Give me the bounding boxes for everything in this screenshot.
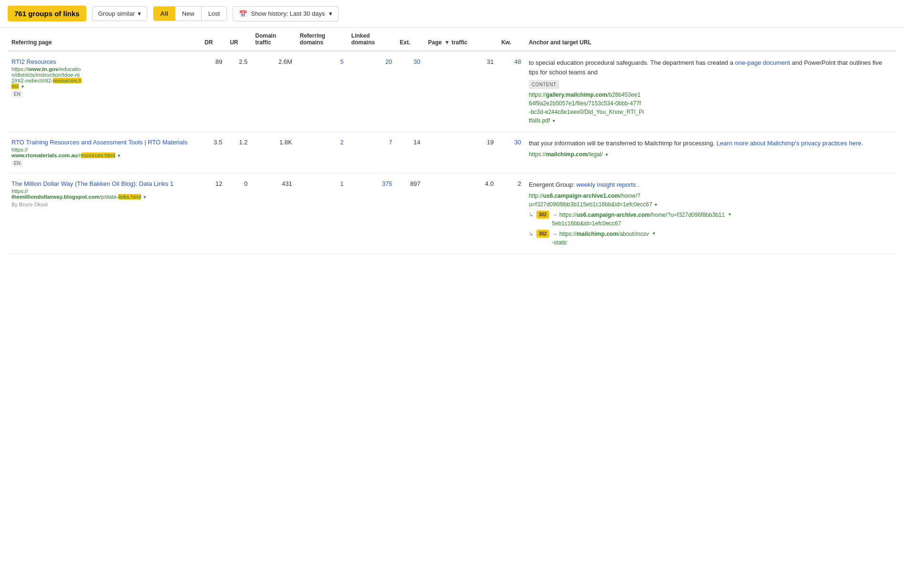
referring-domains-cell-1: 5 (296, 51, 348, 132)
redirect-dropdown-icon-2[interactable]: ▾ (653, 230, 655, 237)
lang-badge-2: EN (11, 160, 23, 166)
linked-domains-cell-3: 375 (348, 173, 396, 254)
ur-cell-3: 0 (226, 173, 251, 254)
filter-all-button[interactable]: All (154, 7, 175, 20)
redirect-badge-1: 302 (536, 211, 549, 219)
domain-traffic-cell-3: 431 (251, 173, 296, 254)
anchor-text-1: to special education procedural safeguar… (529, 59, 735, 66)
anchor-cell-3: Energent Group: weekly insight reports .… (525, 173, 896, 254)
target-url-dropdown-icon-2[interactable]: ▾ (606, 152, 608, 157)
table-row: RTO Training Resources and Assessment To… (8, 132, 896, 173)
ext-cell-2: 14 (396, 132, 424, 173)
referring-domains-cell-2: 2 (296, 132, 348, 173)
show-history-button[interactable]: 📅 Show history: Last 30 days ▾ (233, 6, 338, 21)
filter-lost-button[interactable]: Lost (202, 7, 227, 20)
redirect-row-1: ↳ 302 → https://us6.campaign-archive.com… (529, 211, 893, 228)
page-traffic-cell-2: 19 (424, 132, 498, 173)
calendar-icon: 📅 (239, 10, 247, 18)
ext-cell-3: 897 (396, 173, 424, 254)
table-row: RTI2 Resources https://www.tn.gov/educat… (8, 51, 896, 132)
anchor-link-2[interactable]: Learn more about Mailchimp's privacy pra… (717, 140, 863, 147)
domain-traffic-cell-1: 2.6M (251, 51, 296, 132)
domain-traffic-cell-2: 1.8K (251, 132, 296, 173)
chevron-down-icon: ▾ (329, 10, 332, 17)
table-header-row: Referring page DR UR Domaintraffic Refer… (8, 28, 896, 51)
redirect-url-2: → https://mailchimp.com/about/mcsv-stati… (552, 230, 649, 247)
redirect-row-2: ↳ 302 → https://mailchimp.com/about/mcsv… (529, 230, 893, 247)
groups-count-badge: 761 groups of links (8, 6, 86, 21)
lang-badge-1: EN (11, 91, 23, 97)
author-label-3: By Bruce Oksol (11, 202, 197, 207)
target-url-1: https://gallery.mailchimp.com/b28b453ee1… (529, 91, 893, 125)
referring-page-cell-3: The Million Dollar Way (The Bakken Oil B… (8, 173, 201, 254)
dr-cell-1: 89 (201, 51, 226, 132)
page-url-3: https://themilliondollarway.blogspot.com… (11, 188, 197, 200)
chevron-down-icon: ▾ (138, 10, 141, 17)
referring-page-cell-2: RTO Training Resources and Assessment To… (8, 132, 201, 173)
url-dropdown-icon-3[interactable]: ▾ (144, 194, 146, 200)
linked-domains-cell-2: 7 (348, 132, 396, 173)
col-referring-page: Referring page (8, 28, 201, 51)
redirect-arrow-icon-1: ↳ (529, 211, 534, 219)
redirect-arrow-icon-2: ↳ (529, 230, 534, 238)
filter-new-button[interactable]: New (175, 7, 202, 20)
page-title-link-2[interactable]: RTO Training Resources and Assessment To… (11, 139, 197, 146)
anchor-cell-2: that your information will be transferre… (525, 132, 896, 173)
page-url-1: https://www.tn.gov/education/districts/i… (11, 66, 197, 89)
content-badge-1: CONTENT (529, 80, 559, 89)
target-url-3: http://us6.campaign-archive1.com/home/?u… (529, 192, 893, 209)
page-title-link-1[interactable]: RTI2 Resources (11, 58, 197, 65)
kw-cell-2: 30 (497, 132, 524, 173)
col-linked-domains[interactable]: Linkeddomains (348, 28, 396, 51)
col-page-traffic[interactable]: Page ▼ traffic (424, 28, 498, 51)
anchor-cell-1: to special education procedural safeguar… (525, 51, 896, 132)
redirect-url-1: → https://us6.campaign-archive.com/home/… (552, 211, 725, 228)
table-row: The Million Dollar Way (The Bakken Oil B… (8, 173, 896, 254)
linked-domains-cell-1: 20 (348, 51, 396, 132)
col-anchor-target: Anchor and target URL (525, 28, 896, 51)
page-traffic-cell-3: 4.0 (424, 173, 498, 254)
ur-cell-1: 2.5 (226, 51, 251, 132)
referring-domains-cell-3: 1 (296, 173, 348, 254)
col-referring-domains[interactable]: Referringdomains (296, 28, 348, 51)
filter-group: All New Lost (153, 6, 227, 21)
col-kw[interactable]: Kw. (497, 28, 524, 51)
page-title-link-3[interactable]: The Million Dollar Way (The Bakken Oil B… (11, 180, 197, 187)
anchor-text-3: Energent Group: (529, 181, 576, 188)
col-domain-traffic[interactable]: Domaintraffic (251, 28, 296, 51)
kw-cell-3: 2 (497, 173, 524, 254)
anchor-text-2: that your information will be transferre… (529, 140, 717, 147)
col-ext[interactable]: Ext. (396, 28, 424, 51)
referring-page-cell-1: RTI2 Resources https://www.tn.gov/educat… (8, 51, 201, 132)
ext-cell-1: 30 (396, 51, 424, 132)
url-dropdown-icon-1[interactable]: ▾ (21, 84, 24, 89)
col-dr[interactable]: DR (201, 28, 226, 51)
url-dropdown-icon-2[interactable]: ▾ (118, 153, 120, 158)
group-similar-button[interactable]: Group similar ▾ (92, 6, 147, 21)
backlinks-table: Referring page DR UR Domaintraffic Refer… (8, 28, 896, 254)
anchor-link-3[interactable]: weekly insight reports (576, 181, 636, 188)
ur-cell-2: 1.2 (226, 132, 251, 173)
page-url-2: https://www.rtomaterials.com.au/resource… (11, 147, 197, 158)
kw-cell-1: 48 (497, 51, 524, 132)
dr-cell-3: 12 (201, 173, 226, 254)
target-url-dropdown-icon-1[interactable]: ▾ (553, 118, 555, 123)
page-traffic-cell-1: 31 (424, 51, 498, 132)
anchor-link-1[interactable]: one-page document (735, 59, 791, 66)
backlinks-table-container: Referring page DR UR Domaintraffic Refer… (0, 28, 904, 254)
toolbar: 761 groups of links Group similar ▾ All … (0, 0, 904, 28)
target-url-dropdown-icon-3[interactable]: ▾ (655, 202, 657, 207)
target-url-2: https://mailchimp.com/legal/ ▾ (529, 150, 893, 159)
col-ur[interactable]: UR (226, 28, 251, 51)
redirect-dropdown-icon-1[interactable]: ▾ (729, 211, 731, 218)
redirect-badge-2: 302 (536, 230, 549, 238)
dr-cell-2: 3.5 (201, 132, 226, 173)
